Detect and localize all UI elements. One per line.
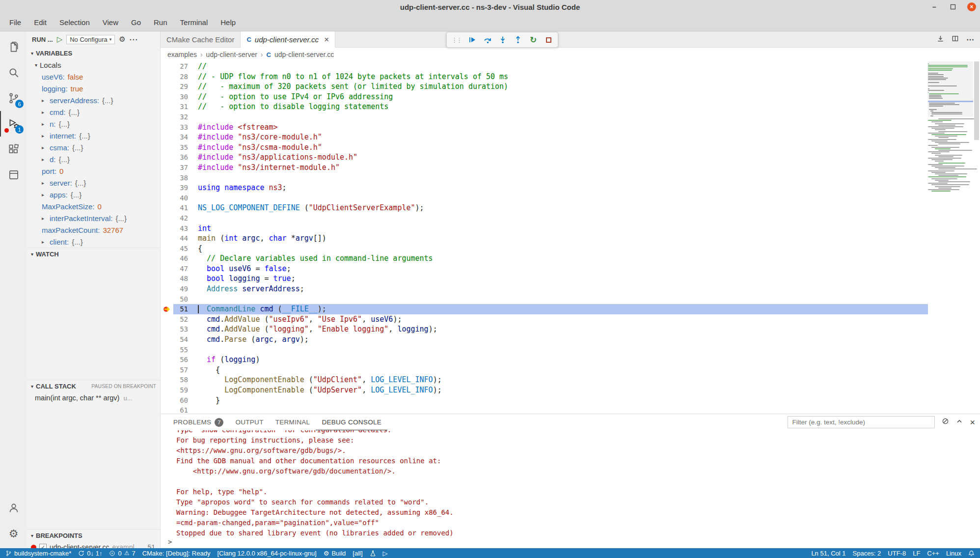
line-number[interactable]: 58 [173,375,188,385]
glyph-margin[interactable] [161,203,173,213]
editor-scrollbar[interactable] [973,61,980,414]
line-number[interactable]: 43 [173,223,188,234]
variable-row[interactable]: ▸csma:{...} [27,141,160,153]
code-line[interactable]: 27// [161,61,928,72]
line-number[interactable]: 50 [173,294,188,305]
variable-row[interactable]: maxPacketCount:32767 [27,224,160,236]
close-icon[interactable]: × [324,35,329,44]
clear-console-icon[interactable] [942,418,949,427]
line-number[interactable]: 55 [173,345,188,355]
breadcrumb-item[interactable]: examples [167,51,197,58]
glyph-margin[interactable] [161,142,173,153]
glyph-margin[interactable] [161,405,173,414]
line-number[interactable]: 41 [173,203,188,213]
variable-row[interactable]: ▸d:{...} [27,153,160,165]
glyph-margin[interactable] [161,244,173,254]
code-line[interactable]: 37#include "ns3/internet-module.h" [161,163,928,173]
tab-udp-client-server-cc[interactable]: Cudp-client-server.cc× [241,31,335,48]
close-panel-icon[interactable]: × [970,418,975,427]
glyph-margin[interactable] [161,92,173,102]
status-cmake-build[interactable]: ⚙Build [320,548,350,558]
status-cmake-status[interactable]: CMake: [Debug]: Ready [139,548,214,558]
glyph-margin[interactable] [161,163,173,173]
line-number[interactable]: 45 [173,244,188,254]
tab-cmake-cache-editor[interactable]: CMake Cache Editor [161,31,241,47]
debug-console[interactable]: Type "show configuration" for configurat… [161,430,980,548]
glyph-margin[interactable] [161,173,173,183]
code-line[interactable]: 48 bool logging = true; [161,274,928,284]
glyph-margin[interactable] [161,264,173,274]
maximize-panel-icon[interactable] [956,418,963,427]
menu-item-terminal[interactable]: Terminal [174,14,215,31]
line-number[interactable]: 33 [173,122,188,133]
glyph-margin[interactable] [161,385,173,395]
glyph-margin[interactable] [161,223,173,234]
code-editor[interactable]: 27//28// - UDP flow from n0 to n1 of 102… [161,61,980,414]
line-number[interactable]: 54 [173,335,188,345]
variable-row[interactable]: ▸n:{...} [27,118,160,130]
code-line[interactable]: 52 cmd.AddValue ("useIpv6", "Use Ipv6", … [161,314,928,325]
glyph-margin[interactable] [161,314,173,325]
menu-item-file[interactable]: File [3,14,27,31]
more-actions-icon[interactable]: ··· [130,35,138,44]
configure-gear-icon[interactable]: ⚙ [119,35,125,44]
variable-row[interactable]: ▸client:{...} [27,236,160,248]
variable-row[interactable]: useV6:false [27,71,160,83]
panel-tab-problems[interactable]: PROBLEMS7 [167,414,229,430]
menu-item-selection[interactable]: Selection [53,14,96,31]
status-cmake-target[interactable]: [all] [349,548,366,558]
maximize-button[interactable] [949,2,957,11]
code-line[interactable]: 45{ [161,244,928,254]
code-line[interactable]: 47 bool useV6 = false; [161,264,928,274]
search-icon[interactable] [0,60,27,85]
glyph-margin[interactable] [161,284,173,294]
glyph-margin[interactable] [161,102,173,112]
code-line[interactable]: 43int [161,223,928,234]
glyph-margin[interactable] [161,183,173,193]
line-number[interactable]: 30 [173,92,188,102]
glyph-margin[interactable] [161,72,173,82]
code-line[interactable]: 29// - maximum of 320 packets sent (or l… [161,82,928,92]
line-number[interactable]: 56 [173,355,188,365]
status-git-branch[interactable]: buildsystem-cmake* [2,548,75,558]
breadcrumb-item[interactable]: udp-client-server.cc [274,51,334,58]
panel-tab-terminal[interactable]: TERMINAL [270,414,316,430]
glyph-margin[interactable] [161,233,173,244]
glyph-margin[interactable] [161,112,173,122]
glyph-margin[interactable] [161,132,173,142]
code-line[interactable]: 61 [161,405,928,414]
glyph-margin[interactable] [161,193,173,203]
status-cursor-position[interactable]: Ln 51, Col 1 [808,548,849,558]
code-line[interactable]: 60 } [161,395,928,406]
code-line[interactable]: 49 Address serverAddress; [161,284,928,294]
line-number[interactable]: 37 [173,163,188,173]
variable-row[interactable]: ▸interPacketInterval:{...} [27,212,160,224]
callstack-section-header[interactable]: ▾ CALL STACK PAUSED ON BREAKPOINT [27,380,160,392]
line-number[interactable]: 40 [173,193,188,203]
line-number[interactable]: 29 [173,82,188,92]
line-number[interactable]: 28 [173,72,188,82]
code-line[interactable]: 30// - option to use IPv4 or IPv6 addres… [161,92,928,102]
download-icon[interactable] [937,35,944,44]
variable-row[interactable]: MaxPacketSize:0 [27,200,160,212]
line-number[interactable]: 61 [173,405,188,414]
line-number[interactable]: 31 [173,102,188,112]
code-line[interactable]: 31// - option to disable logging stateme… [161,102,928,112]
line-number[interactable]: 27 [173,61,188,72]
line-number[interactable]: 51 [173,304,188,314]
source-control-icon[interactable]: 6 [0,85,27,111]
code-line[interactable]: 42 [161,213,928,223]
code-line[interactable]: 39using namespace ns3; [161,183,928,193]
drag-handle-icon[interactable]: ⋮⋮ [451,36,462,44]
code-line[interactable]: 44main (int argc, char *argv[]) [161,233,928,244]
code-line[interactable]: 33#include <fstream> [161,122,928,133]
continue-button[interactable] [467,34,477,45]
line-number[interactable]: 57 [173,365,188,375]
glyph-margin[interactable] [161,82,173,92]
status-notifications[interactable] [965,548,978,558]
line-number[interactable]: 49 [173,284,188,294]
minimap[interactable] [928,61,973,414]
line-number[interactable]: 39 [173,183,188,193]
code-line[interactable]: 53 cmd.AddValue ("logging", "Enable logg… [161,324,928,335]
line-number[interactable]: 38 [173,173,188,183]
